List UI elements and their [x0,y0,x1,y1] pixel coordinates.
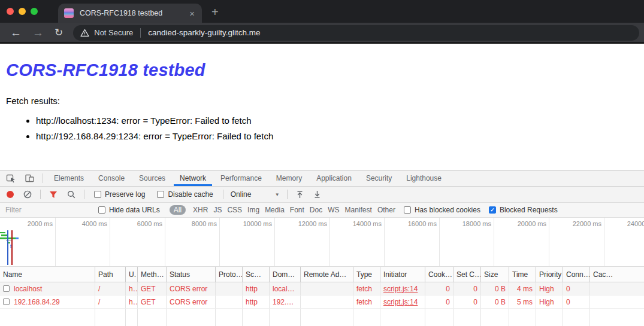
import-har-icon[interactable] [291,190,309,199]
timeline-gridline [110,218,110,266]
close-tab-icon[interactable]: × [188,8,196,19]
inspect-element-icon[interactable] [0,173,20,183]
column-header-proto[interactable]: Proto… [216,267,243,282]
timeline-tick-label: 2000 ms [7,220,53,227]
checkbox-unchecked[interactable] [404,206,411,214]
column-header-initiator[interactable]: Initiator [380,267,425,282]
timeline-gridline [384,218,385,266]
preserve-log-checkbox[interactable]: Preserve log [94,190,145,199]
column-header-set-cookies[interactable]: Set C… [453,267,481,282]
column-header-time[interactable]: Time [509,267,536,282]
device-toolbar-icon[interactable] [20,173,39,183]
filter-type-img[interactable]: Img [247,206,259,214]
column-header-type[interactable]: Type [353,267,380,282]
cell-path: / [95,282,126,295]
filter-type-doc[interactable]: Doc [310,206,322,214]
devtools-tab-console[interactable]: Console [92,170,131,186]
column-header-cookies[interactable]: Cook… [425,267,453,282]
cell-u: h… [126,295,138,308]
has-blocked-cookies-label: Has blocked cookies [415,206,480,214]
hide-data-urls-checkbox[interactable]: Hide data URLs [98,206,160,214]
devtools-tab-network[interactable]: Network [174,170,212,186]
column-header-domain[interactable]: Dom… [270,267,301,282]
waterfall-bar [16,237,19,239]
cell-time: 4 ms [509,282,536,295]
devtools-tab-memory[interactable]: Memory [270,170,308,186]
not-secure-warning-icon [80,29,89,37]
column-header-path[interactable]: Path [95,267,126,282]
blocked-requests-checkbox[interactable]: ✓ Blocked Requests [489,206,558,214]
has-blocked-cookies-checkbox[interactable]: Has blocked cookies [404,206,480,214]
site-favicon [64,8,74,18]
initiator-link[interactable]: script.js:14 [383,298,418,306]
devtools-tab-security[interactable]: Security [360,170,398,186]
filter-type-font[interactable]: Font [290,206,304,214]
window-controls [0,0,45,23]
cell-u: h… [126,282,138,295]
waterfall-bar [0,232,5,233]
column-header-cache[interactable]: Cac… [590,267,644,282]
filter-type-all[interactable]: All [170,205,186,215]
filter-type-css[interactable]: CSS [227,206,242,214]
close-window-button[interactable] [7,8,14,15]
clear-network-log-icon[interactable] [19,190,37,199]
cell-cache [590,282,644,295]
checkbox-unchecked[interactable] [157,191,164,198]
browser-toolbar: ← → ↻ Not Secure candied-sparkly-guilty.… [0,23,644,42]
row-checkbox[interactable] [3,298,10,305]
cell-proto [216,295,243,308]
url-text[interactable]: candied-sparkly-guilty.glitch.me [148,28,260,37]
tab-strip: CORS-RFC1918 testbed × + [0,0,644,23]
devtools-tab-elements[interactable]: Elements [48,170,90,186]
checkbox-unchecked[interactable] [98,206,105,214]
throttling-value: Online [231,190,252,199]
empty-grid-column [353,309,380,326]
new-tab-button[interactable]: + [211,5,219,19]
address-bar[interactable]: Not Secure candied-sparkly-guilty.glitch… [73,25,639,41]
column-header-method[interactable]: Meth… [138,267,167,282]
initiator-link[interactable]: script.js:14 [383,285,418,293]
domcontentloaded-marker [7,230,8,265]
timeline-ruler[interactable]: 2000 ms4000 ms6000 ms8000 ms10000 ms1200… [0,218,644,267]
column-header-status[interactable]: Status [167,267,216,282]
search-icon[interactable] [62,190,80,199]
column-header-name[interactable]: Name [0,267,95,282]
filter-type-xhr[interactable]: XHR [193,206,208,214]
filter-type-other[interactable]: Other [377,206,395,214]
filter-input[interactable] [0,206,95,214]
filter-type-ws[interactable]: WS [328,206,339,214]
devtools-tab-performance[interactable]: Performance [214,170,268,186]
column-header-remote[interactable]: Remote Ad… [301,267,353,282]
devtools-tab-application[interactable]: Application [310,170,358,186]
devtools-tab-lighthouse[interactable]: Lighthouse [400,170,448,186]
reload-button[interactable]: ↻ [49,28,68,38]
table-row[interactable]: localhost/h…GETCORS errorhttplocal…fetch… [0,282,644,295]
column-header-u[interactable]: U. [126,267,138,282]
column-header-size[interactable]: Size [481,267,509,282]
forward-button[interactable]: → [27,27,49,38]
minimize-window-button[interactable] [19,8,26,15]
table-row[interactable]: 192.168.84.29/h…GETCORS errorhttp192.…fe… [0,295,644,309]
maximize-window-button[interactable] [31,8,38,15]
filter-type-media[interactable]: Media [265,206,285,214]
browser-tab[interactable]: CORS-RFC1918 testbed × [58,4,202,23]
empty-grid-column [0,309,95,326]
checkbox-checked[interactable]: ✓ [489,206,496,214]
filter-type-js[interactable]: JS [213,206,222,214]
export-har-icon[interactable] [309,190,326,199]
back-button[interactable]: ← [5,27,27,38]
row-checkbox[interactable] [3,285,10,292]
column-header-priority[interactable]: Priority [536,267,563,282]
timeline-gridline [329,218,330,266]
disable-cache-checkbox[interactable]: Disable cache [157,190,213,199]
checkbox-unchecked[interactable] [94,191,101,198]
filter-funnel-icon[interactable] [44,191,62,199]
throttling-dropdown[interactable]: Online ▼ [231,190,280,199]
filter-type-manifest[interactable]: Manifest [345,206,372,214]
column-header-conn[interactable]: Conn… [563,267,590,282]
timeline-gridline [494,218,494,266]
devtools-tab-sources[interactable]: Sources [133,170,171,186]
security-state-label[interactable]: Not Secure [94,28,133,37]
record-network-log-button[interactable] [7,191,14,198]
column-header-scheme[interactable]: Sc… [243,267,270,282]
